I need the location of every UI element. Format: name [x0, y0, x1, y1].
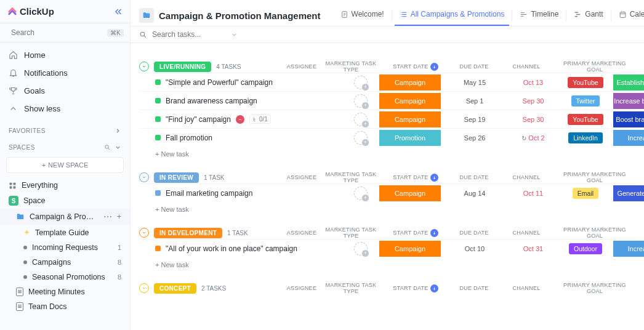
task-type-tag[interactable]: Campaign — [379, 185, 441, 201]
assignee-add[interactable] — [354, 94, 368, 108]
list-item[interactable]: Incoming Requests 1 — [0, 240, 130, 255]
due-date[interactable]: ↻Oct 2 — [509, 134, 558, 142]
collapse-group-button[interactable] — [139, 283, 149, 293]
nav-goals[interactable]: Goals — [0, 82, 130, 100]
new-space-button[interactable]: + NEW SPACE — [6, 157, 124, 173]
goal-tag[interactable]: Increase revenue — [613, 130, 644, 146]
task-type-tag[interactable]: Campaign — [379, 241, 441, 257]
goal-tag[interactable]: Increase brand awareness — [613, 93, 644, 109]
goal-tag[interactable]: Establish brand authority — [613, 74, 644, 91]
assignee-add[interactable] — [354, 113, 368, 126]
search-spaces-icon[interactable] — [104, 144, 111, 151]
new-task-button[interactable]: + New task — [139, 147, 635, 158]
chevron-down-icon[interactable] — [115, 144, 121, 151]
task-row[interactable]: "Find joy" campaign − 0/1 Campaign Sep 1… — [139, 110, 635, 128]
due-date[interactable]: Sep 30 — [509, 97, 558, 105]
subtask-count[interactable]: 0/1 — [249, 115, 271, 124]
list-item[interactable]: ✦Template Guide — [0, 225, 130, 240]
sidebar-search-input[interactable] — [11, 28, 103, 37]
col-header[interactable]: CHANNEL — [499, 171, 554, 183]
list-item[interactable]: Seasonal Promotions 8 — [0, 270, 130, 284]
task-row[interactable]: "All of your work in one place" campaign… — [139, 239, 635, 257]
more-icon[interactable]: ⋯ — [103, 212, 112, 222]
task-searchbar[interactable] — [131, 26, 644, 43]
start-date[interactable]: Sep 26 — [441, 134, 509, 142]
task-search-input[interactable] — [152, 30, 226, 39]
nav-home[interactable]: Home — [0, 46, 130, 64]
view-tab-all-campaigns-promotions[interactable]: All Campaigns & Promotions — [395, 5, 510, 26]
col-header[interactable]: MARKETING TASK TYPE — [320, 282, 382, 294]
add-icon[interactable]: + — [117, 212, 121, 221]
assignee-add[interactable] — [354, 76, 368, 89]
col-header[interactable]: DUE DATE — [449, 227, 499, 239]
space-item[interactable]: S Space — [0, 193, 130, 209]
col-header[interactable]: MARKETING TASK TYPE — [320, 171, 382, 183]
assignee-add[interactable] — [354, 131, 368, 145]
col-header[interactable]: PRIMARY MARKETING GOAL — [554, 282, 635, 294]
task-row[interactable]: Email marketing campaign Campaign Aug 14… — [139, 183, 635, 202]
view-tab-calendar[interactable]: Calendar — [614, 5, 644, 26]
channel-tag[interactable]: YouTube — [568, 114, 603, 125]
task-type-tag[interactable]: Campaign — [379, 74, 441, 91]
assignee-add[interactable] — [354, 187, 368, 200]
task-row[interactable]: Fall promotion Promotion Sep 26 ↻Oct 2 L… — [139, 128, 635, 147]
col-header[interactable]: DUE DATE — [449, 282, 499, 294]
start-date[interactable]: Sep 19 — [441, 116, 509, 123]
doc-item[interactable]: Meeting Minutes — [0, 284, 130, 299]
goal-tag[interactable]: Boost brand engagement — [613, 111, 644, 127]
col-header[interactable]: START DATE — [382, 60, 449, 73]
view-tab-gantt[interactable]: Gantt — [569, 5, 608, 26]
collapse-group-button[interactable] — [139, 62, 149, 71]
col-header[interactable]: START DATE — [382, 171, 449, 183]
task-status-icon[interactable] — [155, 190, 161, 196]
sidebar-search[interactable]: ⌘K — [0, 23, 130, 42]
col-header[interactable]: ASSIGNEE — [283, 282, 320, 294]
col-header[interactable]: MARKETING TASK TYPE — [320, 227, 382, 239]
channel-tag[interactable]: Email — [573, 188, 598, 199]
folder-item[interactable]: Campaign & Promotion M... ⋯ + — [0, 209, 130, 225]
task-type-tag[interactable]: Campaign — [379, 111, 441, 127]
due-date[interactable]: Sep 30 — [509, 116, 558, 123]
col-header[interactable]: PRIMARY MARKETING GOAL — [554, 227, 635, 239]
new-task-button[interactable]: + New task — [139, 202, 635, 213]
col-header[interactable]: DUE DATE — [449, 171, 499, 183]
status-pill[interactable]: IN DEVELOPMENT — [154, 228, 222, 238]
col-header[interactable]: ASSIGNEE — [283, 60, 320, 73]
task-type-tag[interactable]: Promotion — [379, 130, 441, 146]
channel-tag[interactable]: LinkedIn — [568, 132, 603, 143]
nav-notifications[interactable]: Notifications — [0, 64, 130, 82]
list-item[interactable]: Campaigns 8 — [0, 255, 130, 270]
start-date[interactable]: Sep 1 — [441, 97, 509, 105]
col-header[interactable]: DUE DATE — [449, 60, 499, 73]
col-header[interactable]: CHANNEL — [499, 60, 554, 73]
task-status-icon[interactable] — [155, 135, 161, 140]
view-tab-timeline[interactable]: Timeline — [515, 5, 563, 26]
nav-show-less[interactable]: Show less — [0, 100, 130, 118]
doc-item[interactable]: Team Docs — [0, 299, 130, 314]
assignee-add[interactable] — [354, 242, 368, 256]
task-row[interactable]: Brand awareness campaign Campaign Sep 1 … — [139, 91, 635, 110]
col-header[interactable]: CHANNEL — [499, 282, 554, 294]
col-header[interactable]: ASSIGNEE — [283, 227, 320, 239]
due-date[interactable]: Oct 13 — [509, 79, 558, 86]
col-header[interactable]: CHANNEL — [499, 227, 554, 239]
task-status-icon[interactable] — [155, 79, 161, 85]
task-status-icon[interactable] — [155, 246, 161, 251]
goal-tag[interactable]: Increase revenue — [613, 241, 644, 257]
due-date[interactable]: Oct 31 — [509, 245, 558, 252]
col-header[interactable]: START DATE — [382, 282, 449, 294]
view-tab-welcome-[interactable]: Welcome! — [336, 5, 389, 26]
chevron-down-icon[interactable] — [231, 31, 238, 38]
collapse-sidebar-button[interactable] — [114, 7, 123, 16]
new-task-button[interactable]: + New task — [139, 257, 635, 268]
start-date[interactable]: Oct 10 — [441, 245, 509, 252]
goal-tag[interactable]: Generate qualified leads — [613, 185, 644, 201]
start-date[interactable]: May 15 — [441, 79, 509, 86]
status-pill[interactable]: IN REVIEW — [154, 172, 199, 183]
channel-tag[interactable]: Outdoor — [569, 243, 602, 254]
col-header[interactable]: PRIMARY MARKETING GOAL — [554, 171, 635, 183]
col-header[interactable]: MARKETING TASK TYPE — [320, 60, 382, 73]
col-header[interactable]: ASSIGNEE — [283, 171, 320, 183]
status-pill[interactable]: LIVE/RUNNING — [154, 62, 211, 72]
col-header[interactable]: START DATE — [382, 227, 449, 239]
